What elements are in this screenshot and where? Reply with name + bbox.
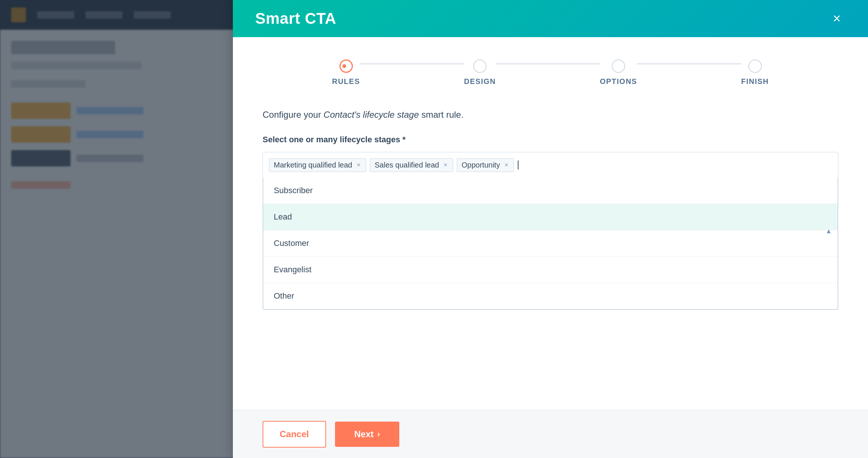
multiselect-input-row[interactable]: Marketing qualified lead × Sales qualifi… [263,152,838,178]
dropdown-item-subscriber[interactable]: Subscriber [263,178,838,204]
tag-mql: Marketing qualified lead × [269,158,366,172]
description-text: Configure your Contact's lifecycle stage… [263,108,838,121]
cancel-button[interactable]: Cancel [263,421,326,448]
tag-sql: Sales qualified lead × [370,158,453,172]
tag-opp-label: Opportunity [462,161,500,169]
multiselect-cursor [518,160,518,169]
multiselect-chevron[interactable]: ▲ [825,227,832,235]
step-options: OPTIONS [600,59,637,86]
step-finish: FINISH [741,59,769,86]
modal-header: Smart CTA × [233,0,868,37]
modal-footer: Cancel Next › [233,410,868,458]
step-label-options: OPTIONS [600,77,637,86]
section-label: Select one or many lifecycle stages * [263,135,838,144]
tag-sql-label: Sales qualified lead [375,161,439,169]
svg-point-0 [342,64,346,68]
step-line-2 [496,64,600,64]
description-before: Configure your [263,110,324,120]
dropdown-item-lead[interactable]: Lead [263,204,838,230]
close-button[interactable]: × [828,10,846,27]
tag-opp: Opportunity × [457,158,514,172]
step-line-3 [637,64,741,64]
tag-mql-close[interactable]: × [356,162,361,168]
modal-title: Smart CTA [255,10,336,27]
stepper: RULES DESIGN OPTIONS FINISH [263,59,838,86]
step-rules: RULES [332,59,360,86]
step-circle-design [473,59,487,73]
modal-body: RULES DESIGN OPTIONS FINISH C [233,37,868,410]
dropdown-item-evangelist[interactable]: Evangelist [263,256,838,283]
step-circle-rules [339,59,353,73]
next-arrow-icon: › [377,429,380,439]
description-italic: Contact's lifecycle stage [324,110,419,120]
tag-opp-close[interactable]: × [504,162,509,168]
tag-sql-close[interactable]: × [443,162,448,168]
dropdown-item-customer[interactable]: Customer [263,230,838,256]
step-label-finish: FINISH [741,77,769,86]
step-circle-finish [748,59,762,73]
next-button-label: Next [354,429,374,439]
dropdown-item-other[interactable]: Other [263,283,838,309]
step-design: DESIGN [464,59,496,86]
step-label-design: DESIGN [464,77,496,86]
step-label-rules: RULES [332,77,360,86]
step-line-1 [360,64,464,64]
description-after: smart rule. [419,110,464,120]
next-button[interactable]: Next › [335,422,399,447]
lifecycle-multiselect[interactable]: Marketing qualified lead × Sales qualifi… [263,152,838,310]
smart-cta-modal: Smart CTA × RULES DESIGN [233,0,868,458]
tag-mql-label: Marketing qualified lead [274,161,352,169]
step-circle-options [612,59,625,73]
lifecycle-dropdown: Subscriber Lead Customer Evangelist Othe… [263,178,838,309]
